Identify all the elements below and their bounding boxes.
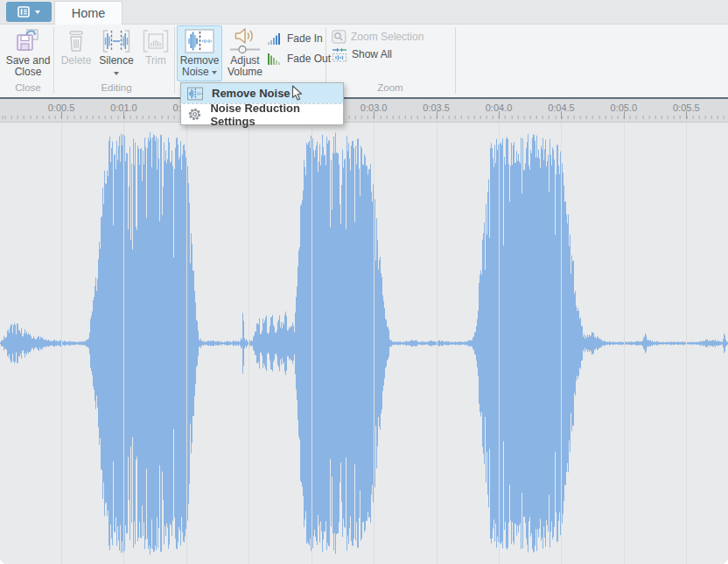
show-all-label: Show All bbox=[352, 48, 392, 60]
trash-icon bbox=[56, 26, 96, 55]
volume-slider-icon bbox=[229, 45, 261, 54]
group-label-close: Close bbox=[4, 82, 52, 93]
app-menu-caret-icon bbox=[35, 11, 40, 14]
ruler-major-tick bbox=[561, 111, 562, 119]
gear-icon bbox=[187, 107, 201, 122]
gridline bbox=[61, 123, 62, 564]
menu-item-remove-noise-label: Remove Noise bbox=[212, 87, 290, 100]
fade-in-button[interactable]: Fade In bbox=[267, 31, 323, 46]
remove-noise-dropdown-caret-icon bbox=[212, 71, 217, 74]
ruler-major-tick bbox=[123, 111, 124, 119]
gridline bbox=[186, 123, 187, 564]
tab-strip: Home bbox=[0, 0, 728, 25]
silence-button[interactable]: Silence bbox=[96, 26, 136, 81]
silence-dropdown-caret-icon bbox=[114, 72, 119, 75]
group-label-zoom: Zoom bbox=[350, 82, 430, 93]
waveform-area[interactable] bbox=[0, 123, 728, 564]
save-icon bbox=[4, 26, 52, 55]
gridline bbox=[686, 123, 687, 564]
zoom-selection-button: Zoom Selection bbox=[332, 29, 424, 45]
magnifier-icon bbox=[332, 30, 346, 44]
menu-item-noise-reduction-settings[interactable]: Noise Reduction Settings bbox=[181, 104, 343, 124]
app-menu-icon bbox=[18, 6, 31, 18]
audio-editor-window: Home Save and Close Close bbox=[0, 0, 728, 564]
trim-label: Trim bbox=[136, 55, 175, 67]
delete-button: Delete bbox=[56, 26, 96, 81]
fade-out-icon bbox=[267, 53, 283, 65]
gridline bbox=[374, 123, 374, 564]
gridline bbox=[624, 123, 625, 564]
speaker-icon bbox=[224, 26, 266, 55]
ruler-major-tick bbox=[374, 111, 374, 119]
save-and-close-button[interactable]: Save and Close bbox=[4, 26, 52, 81]
ruler-major-tick bbox=[499, 111, 500, 119]
save-and-close-label: Save and Close bbox=[4, 55, 52, 78]
menu-item-noise-reduction-settings-label: Noise Reduction Settings bbox=[210, 102, 343, 128]
tab-home-label: Home bbox=[72, 6, 106, 20]
zoom-selection-label: Zoom Selection bbox=[351, 31, 424, 43]
fade-out-button[interactable]: Fade Out bbox=[267, 51, 331, 67]
trim-icon bbox=[136, 26, 175, 55]
gridline bbox=[437, 123, 438, 564]
remove-noise-icon bbox=[187, 87, 203, 101]
gridline bbox=[499, 123, 500, 564]
show-all-button[interactable]: Show All bbox=[332, 46, 392, 62]
timeline-ruler[interactable]: 0:00.50:01.00:01.50:02.00:02.50:03.00:03… bbox=[0, 99, 728, 123]
fade-out-label: Fade Out bbox=[287, 53, 331, 65]
gridline bbox=[561, 123, 562, 564]
remove-noise-icon bbox=[178, 26, 221, 55]
gridline bbox=[312, 123, 312, 564]
silence-icon bbox=[96, 26, 136, 55]
trim-button: Trim bbox=[136, 26, 175, 81]
ruler-major-tick bbox=[437, 111, 438, 119]
tab-home[interactable]: Home bbox=[54, 1, 122, 25]
ruler-major-tick bbox=[61, 111, 62, 119]
adjust-volume-button[interactable]: Adjust Volume bbox=[224, 26, 266, 81]
gridline bbox=[123, 123, 124, 564]
group-label-editing: Editing bbox=[77, 82, 156, 93]
silence-label: Silence bbox=[96, 55, 136, 67]
show-all-icon bbox=[332, 47, 347, 62]
delete-label: Delete bbox=[56, 55, 96, 67]
ribbon: Save and Close Close Delete bbox=[0, 24, 728, 99]
ruler-major-tick bbox=[686, 111, 687, 119]
waveform-canvas[interactable] bbox=[0, 123, 728, 564]
remove-noise-label: Remove Noise bbox=[180, 54, 220, 78]
app-menu-button[interactable] bbox=[6, 2, 52, 22]
remove-noise-dropdown-menu: Remove Noise Noise Reduction Settings bbox=[180, 82, 344, 125]
ruler-minor-ticks bbox=[0, 116, 728, 119]
group-separator bbox=[53, 27, 54, 94]
ruler-major-tick bbox=[624, 111, 625, 119]
fade-in-icon bbox=[267, 32, 283, 45]
adjust-volume-label: Adjust Volume bbox=[224, 55, 266, 78]
fade-in-label: Fade In bbox=[287, 32, 323, 45]
group-separator bbox=[455, 27, 456, 94]
gridline bbox=[248, 123, 249, 564]
remove-noise-button[interactable]: Remove Noise bbox=[177, 25, 222, 81]
